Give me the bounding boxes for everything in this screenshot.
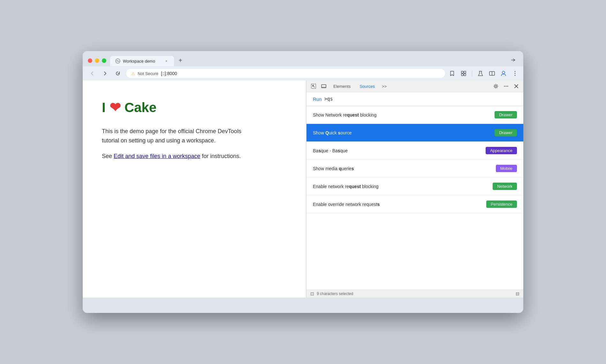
devtools-tabs: Elements Sources >> bbox=[330, 83, 490, 90]
heart-icon: ❤ bbox=[110, 100, 121, 115]
maximize-window-button[interactable] bbox=[102, 58, 106, 63]
page-paragraph-2: See Edit and save files in a workspace f… bbox=[102, 152, 242, 161]
svg-rect-3 bbox=[464, 71, 466, 73]
forward-button[interactable] bbox=[101, 69, 110, 78]
main-area: I ❤ Cake This is the demo page for the o… bbox=[83, 80, 523, 298]
run-label: Run bbox=[313, 96, 322, 102]
minimize-window-button[interactable] bbox=[95, 58, 99, 63]
command-item-6[interactable]: Enable override network requests Persist… bbox=[307, 195, 523, 213]
characters-selected-text: 9 characters selected bbox=[317, 292, 353, 296]
back-button[interactable] bbox=[88, 69, 97, 78]
tab-more-button[interactable]: >> bbox=[380, 83, 389, 90]
url-bar[interactable]: ⚠ Not Secure [::]:8000 bbox=[126, 69, 445, 78]
svg-point-18 bbox=[507, 86, 508, 87]
command-item-3[interactable]: Basque - Basque Appearance bbox=[307, 142, 523, 160]
browser-window: Workspace demo × + ⚠ Not Secure [::]:800… bbox=[83, 51, 523, 313]
svg-rect-4 bbox=[461, 74, 463, 76]
devtools-device-icon[interactable] bbox=[319, 82, 328, 91]
tab-favicon bbox=[115, 58, 120, 64]
command-text-3: Basque - Basque bbox=[313, 148, 486, 153]
devtools-toolbar-right bbox=[491, 82, 521, 91]
profile-icon[interactable] bbox=[500, 70, 507, 77]
url-text: [::]:8000 bbox=[161, 71, 177, 76]
tab-menu-button[interactable] bbox=[508, 55, 518, 65]
svg-point-15 bbox=[495, 85, 497, 87]
tabs-bar: Workspace demo × + bbox=[110, 55, 504, 66]
traffic-lights bbox=[88, 58, 106, 63]
devtools-bottom-bar: ⊡ 9 characters selected ⊟ bbox=[307, 290, 523, 298]
new-tab-button[interactable]: + bbox=[175, 55, 186, 65]
lab-icon[interactable] bbox=[477, 70, 484, 77]
badge-persistence[interactable]: Persistence bbox=[486, 201, 517, 208]
command-text-6: Enable override network requests bbox=[313, 202, 486, 207]
more-options-icon[interactable] bbox=[512, 70, 518, 77]
command-item-2[interactable]: Show Quick source Drawer bbox=[307, 124, 523, 142]
bottom-icon-left[interactable]: ⊡ bbox=[310, 291, 314, 296]
command-text-2: Show Quick source bbox=[313, 130, 495, 135]
devtools-settings-icon[interactable] bbox=[491, 82, 500, 91]
page-para2-before: See bbox=[102, 153, 114, 159]
not-secure-label: Not Secure bbox=[138, 71, 158, 76]
command-text-5: Enable network request blocking bbox=[313, 184, 493, 189]
heading-text-cake: Cake bbox=[125, 100, 156, 115]
badge-drawer-2[interactable]: Drawer bbox=[495, 129, 517, 136]
svg-point-9 bbox=[515, 71, 516, 72]
devtools-panel: Elements Sources >> bbox=[306, 80, 523, 298]
reload-button[interactable] bbox=[113, 69, 122, 78]
page-heading: I ❤ Cake bbox=[102, 100, 287, 115]
badge-network[interactable]: Network bbox=[493, 183, 517, 190]
svg-rect-5 bbox=[464, 74, 466, 76]
page-paragraph-1: This is the demo page for the official C… bbox=[102, 127, 242, 145]
svg-point-8 bbox=[502, 71, 505, 74]
page-body: This is the demo page for the official C… bbox=[102, 127, 242, 161]
browser-tab-active[interactable]: Workspace demo × bbox=[110, 56, 174, 66]
badge-drawer-1[interactable]: Drawer bbox=[495, 111, 517, 118]
toolbar-divider bbox=[472, 70, 472, 77]
svg-rect-2 bbox=[461, 71, 463, 73]
svg-point-11 bbox=[515, 75, 516, 76]
tab-close-button[interactable]: × bbox=[164, 58, 169, 64]
svg-point-17 bbox=[506, 86, 507, 87]
command-item-4[interactable]: Show media queries Mobile bbox=[307, 160, 523, 178]
close-window-button[interactable] bbox=[88, 58, 92, 63]
svg-point-16 bbox=[504, 86, 505, 87]
browser-toolbar-icons bbox=[449, 70, 518, 77]
svg-point-10 bbox=[515, 73, 516, 74]
command-item-1[interactable]: Show Network request blocking Drawer bbox=[307, 106, 523, 124]
command-palette-header: Run >qs bbox=[307, 92, 523, 106]
split-screen-icon[interactable] bbox=[489, 70, 495, 77]
command-results-list: Show Network request blocking Drawer Sho… bbox=[307, 106, 523, 290]
tab-elements[interactable]: Elements bbox=[330, 83, 354, 90]
security-warning-icon: ⚠ bbox=[131, 71, 135, 76]
tab-title: Workspace demo bbox=[123, 59, 161, 64]
command-text-4: Show media queries bbox=[313, 166, 496, 171]
webpage-content: I ❤ Cake This is the demo page for the o… bbox=[83, 80, 306, 298]
tab-sources[interactable]: Sources bbox=[356, 83, 379, 90]
bookmark-icon[interactable] bbox=[449, 70, 455, 77]
heading-text-i: I bbox=[102, 100, 106, 115]
bottom-icon-right[interactable]: ⊟ bbox=[516, 291, 519, 296]
badge-mobile[interactable]: Mobile bbox=[496, 165, 517, 172]
extensions-icon[interactable] bbox=[460, 70, 467, 77]
page-para2-after: for instructions. bbox=[200, 153, 241, 159]
badge-appearance[interactable]: Appearance bbox=[486, 147, 517, 154]
devtools-toolbar: Elements Sources >> bbox=[307, 80, 523, 92]
devtools-inspect-icon[interactable] bbox=[309, 82, 318, 91]
page-link[interactable]: Edit and save files in a workspace bbox=[114, 153, 200, 159]
command-text-1: Show Network request blocking bbox=[313, 112, 495, 118]
devtools-close-icon[interactable] bbox=[512, 82, 521, 91]
devtools-more-icon[interactable] bbox=[502, 82, 511, 91]
title-bar: Workspace demo × + bbox=[83, 51, 523, 66]
command-query-input[interactable]: >qs bbox=[324, 96, 333, 102]
command-item-5[interactable]: Enable network request blocking Network bbox=[307, 178, 523, 195]
address-bar: ⚠ Not Secure [::]:8000 bbox=[83, 66, 523, 80]
